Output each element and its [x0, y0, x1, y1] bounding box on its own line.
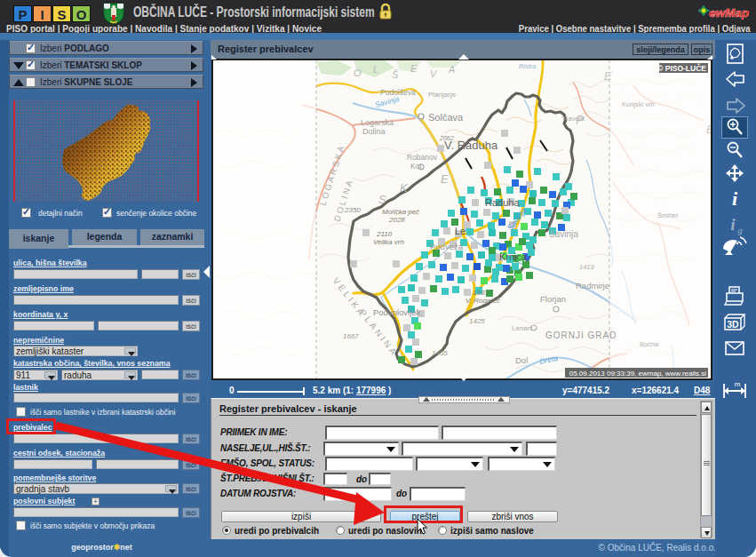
svg-text:1455: 1455: [432, 349, 448, 357]
svg-text:L: L: [373, 64, 378, 75]
svg-text:V. Rogatec: V. Rogatec: [466, 297, 500, 305]
svg-text:E: E: [441, 172, 449, 186]
svg-text:1425: 1425: [469, 317, 485, 325]
svg-text:Bistra: Bistra: [519, 62, 536, 70]
svg-text:Konjski vrh: Konjski vrh: [622, 100, 655, 108]
svg-text:i: i: [732, 187, 738, 210]
svg-text:© PISO-LUČE: © PISO-LUČE: [657, 63, 706, 73]
svg-text:ewMap: ewMap: [709, 6, 749, 20]
svg-text:Logarska: Logarska: [361, 118, 394, 127]
svg-text:Le: Le: [455, 226, 466, 236]
svg-text:05.09.2013 09:33:39, ewmap, ww: 05.09.2013 09:33:39, ewmap, www.realis.s…: [569, 370, 707, 378]
svg-text:Šmihel: Šmihel: [657, 211, 678, 219]
svg-text:3D: 3D: [727, 319, 739, 330]
svg-text:Planjarje: Planjarje: [428, 91, 457, 99]
svg-text:Solčava: Solčava: [428, 112, 464, 123]
svg-text:Podvolovljek: Podvolovljek: [373, 307, 421, 317]
svg-text:2110: 2110: [376, 230, 393, 238]
svg-text:m: m: [735, 380, 741, 388]
svg-text:g: g: [738, 226, 743, 235]
svg-text:Travnik: Travnik: [561, 115, 585, 123]
svg-text:i: i: [730, 216, 735, 234]
svg-text:Š: Š: [392, 69, 399, 80]
svg-text:Krnica: Krnica: [499, 251, 528, 262]
svg-text:E: E: [410, 63, 418, 74]
svg-text:E: E: [604, 69, 612, 83]
svg-text:Dol: Dol: [515, 355, 528, 365]
svg-text:2350: 2350: [344, 206, 361, 214]
svg-text:Molička peč: Molička peč: [382, 208, 419, 216]
svg-text:A: A: [448, 64, 455, 75]
svg-text:Bočna: Bočna: [640, 340, 659, 348]
svg-text:1419: 1419: [579, 263, 595, 271]
svg-text:GORNJI GRAD: GORNJI GRAD: [545, 330, 617, 340]
svg-text:Raduha: Raduha: [485, 197, 520, 208]
svg-text:Podveža: Podveža: [430, 242, 464, 251]
svg-text:1667: 1667: [343, 332, 359, 340]
svg-text:S: S: [378, 193, 386, 206]
svg-text:Velika vrh: Velika vrh: [373, 238, 404, 246]
svg-text:1337: 1337: [473, 289, 489, 297]
svg-text:Radmirje: Radmirje: [576, 281, 609, 290]
svg-text:K: K: [400, 181, 409, 195]
svg-text:2062: 2062: [439, 135, 454, 141]
svg-text:Lenart: Lenart: [512, 324, 532, 332]
svg-text:Savinja: Savinja: [549, 229, 578, 239]
svg-text:2028: 2028: [388, 216, 405, 224]
svg-text:Dolina: Dolina: [362, 127, 386, 136]
svg-text:Robanov: Robanov: [407, 153, 438, 162]
svg-text:O: O: [354, 68, 362, 78]
svg-text:Florjan: Florjan: [540, 294, 566, 304]
